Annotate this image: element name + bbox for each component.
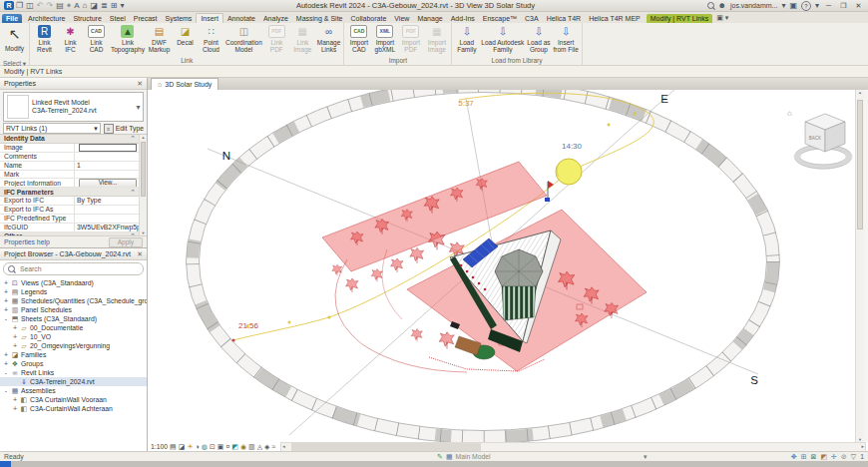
measure-icon[interactable]: ⌖: [67, 1, 72, 10]
tree-expander-icon[interactable]: +: [12, 342, 18, 349]
reveal-hidden-elements-icon[interactable]: ◉: [240, 443, 246, 451]
property-value-ifc-predefined-type[interactable]: [74, 215, 139, 223]
user-dropdown-caret-icon[interactable]: ▾: [781, 1, 785, 10]
detail-level-icon[interactable]: ▤: [170, 443, 177, 451]
tree-item-00-documentatie[interactable]: +▱00_Documentatie: [0, 323, 147, 332]
type-selector-dropdown-icon[interactable]: ▾: [134, 103, 143, 112]
property-value-export-to-ifc[interactable]: By Type: [74, 197, 139, 205]
horizontal-scroll-thumb[interactable]: [291, 443, 481, 451]
default-3d-view-icon[interactable]: ⌂: [83, 1, 88, 10]
tab-structure[interactable]: Structure: [69, 14, 105, 23]
scroll-left-icon[interactable]: ◂: [282, 443, 285, 450]
temporary-hide-isolate-icon[interactable]: ◩: [231, 443, 238, 451]
ribbon-button-load-autodesk-family[interactable]: ⇩Load AutodeskFamily: [480, 24, 525, 53]
property-value-name[interactable]: 1: [74, 162, 139, 170]
switch-windows-icon[interactable]: ⊞: [111, 1, 118, 10]
properties-help-link[interactable]: Properties help: [4, 238, 50, 245]
visual-style-icon[interactable]: ◪: [179, 443, 186, 451]
rendering-dialog-icon[interactable]: ◍: [202, 443, 208, 451]
tree-expander-icon[interactable]: +: [3, 351, 9, 358]
select-underlay-elements-icon[interactable]: ⊞: [801, 453, 807, 461]
viewcube-home-icon[interactable]: ⌂: [787, 109, 792, 118]
vertical-scroll-thumb[interactable]: [857, 100, 863, 230]
tab-collaborate[interactable]: Collaborate: [347, 14, 391, 23]
project-browser-header[interactable]: Project Browser - C3A-Gebouw_2024.rvt ✕: [0, 248, 147, 260]
apply-button[interactable]: Apply: [109, 237, 143, 247]
ribbon-button-load-as-group[interactable]: ⇩Load asGroup: [526, 24, 551, 53]
ribbon-button-decal[interactable]: ◪Decal: [173, 24, 198, 53]
show-crop-region-icon[interactable]: ▣: [217, 443, 224, 451]
type-selector[interactable]: Linked Revit Model C3A-Terrein_2024.rvt …: [3, 92, 144, 122]
section-icon[interactable]: ◪: [90, 1, 98, 10]
print-icon[interactable]: ▤: [56, 1, 64, 10]
edit-type-button[interactable]: ≡ Edit Type: [104, 124, 144, 134]
tree-item-sheets-c3a-standaard[interactable]: -⬒Sheets (C3A_Standaard): [0, 314, 147, 323]
tab-manage[interactable]: Manage: [413, 14, 446, 23]
tree-expander-icon[interactable]: +: [3, 279, 9, 286]
project-browser-close-icon[interactable]: ✕: [137, 250, 143, 258]
tree-item-c3a-curtainwall-vooraan[interactable]: +◧C3A CurtainWall Vooraan: [0, 395, 147, 404]
search-icon[interactable]: [707, 2, 714, 9]
select-pinned-elements-icon[interactable]: ⊠: [811, 453, 817, 461]
ribbon-button-link-revit[interactable]: RLinkRevit: [32, 24, 57, 53]
start-button[interactable]: [0, 461, 11, 467]
tree-item-assemblies[interactable]: -▦Assemblies: [0, 386, 147, 395]
property-row-identity-data[interactable]: Identity Data⌃: [0, 135, 139, 144]
tree-expander-icon[interactable]: +: [12, 405, 18, 412]
help-icon[interactable]: ?: [801, 1, 811, 11]
analytical-model-icon[interactable]: ◬: [257, 443, 262, 451]
tab-helica-t4r-mep[interactable]: Helica T4R MEP: [585, 14, 645, 23]
select-elements-by-face-icon[interactable]: ◩: [820, 453, 827, 461]
ribbon-button-import-cad[interactable]: CADImportCAD: [346, 24, 371, 53]
tree-item-groups[interactable]: +❖Groups: [0, 359, 147, 368]
viewcube[interactable]: ⌂ BACK: [787, 109, 852, 169]
ribbon-button-point-cloud[interactable]: ∷PointCloud: [199, 24, 223, 53]
thin-lines-icon[interactable]: ≣: [101, 1, 108, 10]
tree-expander-icon[interactable]: -: [3, 315, 9, 322]
displacement-sets-icon[interactable]: ◈: [264, 443, 269, 451]
viewcube-face-label[interactable]: BACK: [809, 136, 821, 141]
panel-label-link[interactable]: Link: [32, 56, 341, 65]
panel-label-import[interactable]: Import: [346, 56, 449, 65]
ribbon-button-modify[interactable]: ↖Modify: [2, 24, 27, 59]
tree-expander-icon[interactable]: +: [12, 333, 18, 340]
tree-item-legends[interactable]: +▤Legends: [0, 287, 147, 296]
sun[interactable]: [556, 159, 582, 185]
property-value-comments[interactable]: [74, 153, 139, 161]
revit-logo-icon[interactable]: R: [4, 1, 14, 10]
ribbon-button-import-gbxml[interactable]: XMLImportgbXML: [372, 24, 397, 53]
properties-filter-select[interactable]: RVT Links (1) ▾: [3, 123, 101, 134]
scroll-up-icon[interactable]: ▲: [856, 90, 864, 95]
ribbon-button-link-cad[interactable]: CADLinkCAD: [84, 24, 109, 53]
tab-enscape[interactable]: Enscape™: [479, 14, 521, 23]
properties-close-icon[interactable]: ✕: [137, 80, 143, 88]
undo-icon[interactable]: ↶: [37, 1, 44, 10]
vertical-scrollbar[interactable]: ▲ ▼: [855, 90, 864, 442]
ribbon-button-manage-links[interactable]: ∞ManageLinks: [316, 24, 342, 53]
crop-view-icon[interactable]: ⊡: [210, 443, 216, 451]
tree-expander-icon[interactable]: -: [3, 387, 9, 394]
properties-header[interactable]: Properties ✕: [0, 78, 147, 90]
property-value-project-information[interactable]: View...: [74, 179, 139, 187]
worksets-icon[interactable]: ✎: [437, 453, 443, 461]
tree-expander-icon[interactable]: +: [12, 324, 18, 331]
tab-add-ins[interactable]: Add-Ins: [447, 14, 479, 23]
current-time-label[interactable]: 14:30: [562, 142, 583, 151]
tab-insert[interactable]: Insert: [196, 13, 223, 23]
tree-expander-icon[interactable]: +: [3, 306, 9, 313]
redo-icon[interactable]: ↷: [46, 1, 53, 10]
browser-search-input[interactable]: [18, 264, 139, 273]
tab-massing-site[interactable]: Massing & Site: [292, 14, 347, 23]
view-tab-3d-solar-study[interactable]: ⌂ 3D Solar Study: [151, 78, 218, 90]
tree-expander-icon[interactable]: +: [3, 297, 9, 304]
minimize-button[interactable]: ─: [823, 2, 834, 9]
scroll-up-icon[interactable]: ▲: [140, 135, 147, 140]
scroll-down-icon[interactable]: ▼: [140, 231, 147, 235]
help-dropdown-caret-icon[interactable]: ▾: [815, 1, 819, 10]
tree-expander-icon[interactable]: -: [3, 369, 9, 376]
tab-c3a[interactable]: C3A: [521, 14, 543, 23]
close-button[interactable]: ✕: [853, 2, 864, 10]
customize-qat-icon[interactable]: ▾: [120, 1, 124, 10]
tab-helica-t4r[interactable]: Helica T4R: [543, 14, 586, 23]
temporary-view-properties-icon[interactable]: ▥: [248, 443, 255, 451]
